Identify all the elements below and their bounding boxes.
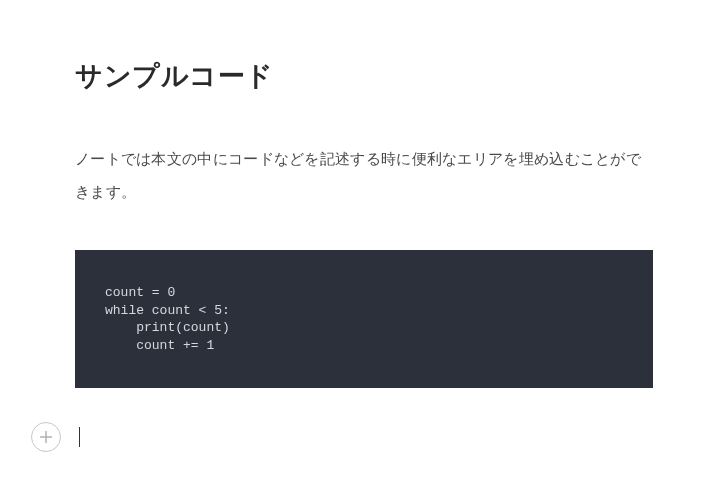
plus-icon — [39, 430, 53, 444]
body-paragraph: ノートでは本文の中にコードなどを記述する時に便利なエリアを埋め込むことができます… — [75, 142, 653, 208]
code-block[interactable]: count = 0 while count < 5: print(count) … — [75, 250, 653, 388]
add-block-button[interactable] — [31, 422, 61, 452]
text-cursor[interactable] — [79, 427, 80, 447]
add-block-row — [31, 422, 653, 452]
page-heading: サンプルコード — [75, 58, 653, 94]
